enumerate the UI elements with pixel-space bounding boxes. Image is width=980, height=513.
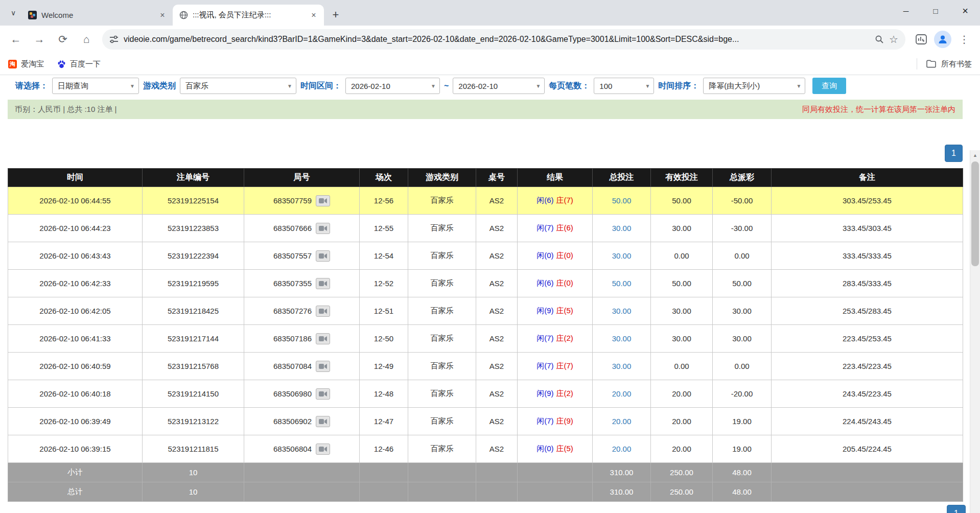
game-category-select[interactable]: 百家乐 ▼	[180, 78, 296, 94]
cell-round: 683506902	[244, 408, 360, 435]
cell-payout: -50.00	[713, 187, 772, 215]
cell-valid-bet: 50.00	[651, 187, 713, 215]
cell-valid-bet: 20.00	[651, 435, 713, 463]
total-bet-link[interactable]: 30.00	[612, 307, 632, 315]
chevron-down-icon: ▼	[431, 83, 436, 89]
bookmark-star-icon[interactable]: ☆	[889, 33, 898, 45]
scroll-up-icon[interactable]: ▲	[970, 150, 980, 160]
cell-note: 303.45/253.45	[772, 187, 963, 215]
cell-session: 12-47	[360, 408, 408, 435]
tab-welcome[interactable]: Welcome ×	[21, 5, 173, 26]
tab-close-icon[interactable]: ×	[309, 10, 319, 20]
total-bet-link[interactable]: 30.00	[612, 362, 632, 370]
video-replay-icon[interactable]	[316, 361, 330, 372]
result-player: 闲(7)	[536, 361, 553, 370]
all-bookmarks-label[interactable]: 所有书签	[941, 59, 972, 69]
cell-game: 百家乐	[408, 380, 476, 408]
new-tab-button[interactable]: +	[328, 7, 343, 22]
sort-label: 时间排序：	[658, 81, 699, 91]
page-1-button-bottom[interactable]: 1	[947, 505, 966, 513]
cell-bet-id: 523191214150	[143, 380, 244, 408]
total-bet-link[interactable]: 30.00	[612, 251, 632, 260]
browser-menu-icon[interactable]: ⋮	[953, 29, 975, 50]
result-banker: 庄(0)	[556, 278, 573, 287]
video-replay-icon[interactable]	[316, 444, 330, 455]
video-replay-icon[interactable]	[316, 195, 330, 206]
cell-time: 2026-02-10 06:44:55	[8, 187, 143, 215]
cell-note: 223.45/223.45	[772, 353, 963, 380]
total-bet-link[interactable]: 30.00	[612, 334, 632, 343]
total-bet-link[interactable]: 50.00	[612, 279, 632, 288]
window-maximize-button[interactable]: □	[921, 0, 950, 21]
bookmark-baidu[interactable]: 百度一下	[57, 59, 101, 69]
date-end-select[interactable]: 2026-02-10 ▼	[453, 78, 545, 94]
table-row: 2026-02-10 06:41:33 523191217144 6835071…	[8, 325, 963, 353]
cell-bet-id: 523191223853	[143, 215, 244, 242]
video-replay-icon[interactable]	[316, 278, 330, 289]
home-button[interactable]: ⌂	[76, 29, 97, 50]
query-type-select[interactable]: 日期查询 ▼	[52, 78, 139, 94]
cell-note: 223.45/253.45	[772, 325, 963, 353]
cell-result: 闲(6)庄(7)	[518, 187, 593, 215]
forward-button[interactable]: →	[29, 29, 50, 50]
scrollbar-thumb[interactable]	[971, 161, 979, 266]
cell-time: 2026-02-10 06:44:23	[8, 215, 143, 242]
total-bet-link[interactable]: 20.00	[612, 445, 632, 453]
header-session: 场次	[360, 169, 408, 187]
url-bar[interactable]: videoie.com/game/betrecord_search/kind3?…	[102, 29, 905, 50]
header-total-bet: 总投注	[593, 169, 651, 187]
cell-bet-id: 523191225154	[143, 187, 244, 215]
window-close-button[interactable]: ×	[950, 0, 980, 21]
cell-valid-bet: 0.00	[651, 353, 713, 380]
cell-time: 2026-02-10 06:39:15	[8, 435, 143, 463]
media-control-icon[interactable]	[911, 29, 932, 50]
back-button[interactable]: ←	[5, 29, 27, 50]
bookmark-aitaobao[interactable]: 淘 爱淘宝	[8, 59, 44, 69]
result-player: 闲(0)	[536, 444, 553, 453]
total-payout: 48.00	[713, 482, 772, 502]
site-info-icon[interactable]	[109, 35, 119, 44]
date-start-select[interactable]: 2026-02-10 ▼	[345, 78, 440, 94]
cell-bet-id: 523191211815	[143, 435, 244, 463]
url-text[interactable]: videoie.com/game/betrecord_search/kind3?…	[124, 35, 870, 44]
tab-title: :::视讯, 会员下注纪录:::	[193, 10, 304, 20]
video-replay-icon[interactable]	[316, 416, 330, 427]
tab-betrecord[interactable]: :::视讯, 会员下注纪录::: ×	[173, 5, 324, 26]
total-bet-link[interactable]: 30.00	[612, 224, 632, 232]
cell-table: AS2	[476, 435, 518, 463]
total-bet-link[interactable]: 20.00	[612, 417, 632, 426]
subtotal-valid-bet: 250.00	[651, 463, 713, 482]
summary-notice-text: 同局有效投注，统一计算在该局第一张注单内	[802, 105, 955, 114]
time-range-label: 时间区间：	[300, 81, 341, 91]
video-replay-icon[interactable]	[316, 388, 330, 400]
video-replay-icon[interactable]	[316, 333, 330, 344]
zoom-icon[interactable]	[875, 35, 884, 44]
profile-avatar[interactable]	[934, 31, 951, 48]
header-table: 桌号	[476, 169, 518, 187]
tab-search-icon[interactable]: ∨	[7, 7, 19, 19]
cell-game: 百家乐	[408, 187, 476, 215]
per-page-select[interactable]: 100 ▼	[594, 78, 654, 94]
video-replay-icon[interactable]	[316, 250, 330, 262]
vertical-scrollbar[interactable]: ▲ ▼	[970, 150, 980, 513]
cell-payout: 19.00	[713, 408, 772, 435]
cell-total-bet: 20.00	[593, 380, 651, 408]
total-bet-link[interactable]: 50.00	[612, 196, 632, 205]
reload-button[interactable]: ⟳	[52, 29, 74, 50]
tab-close-icon[interactable]: ×	[157, 10, 168, 20]
cell-note: 205.45/224.45	[772, 435, 963, 463]
cell-bet-id: 523191222394	[143, 242, 244, 270]
result-banker: 庄(9)	[556, 416, 573, 425]
result-banker: 庄(7)	[556, 196, 573, 204]
video-replay-icon[interactable]	[316, 223, 330, 234]
search-button[interactable]: 查询	[812, 78, 846, 94]
video-replay-icon[interactable]	[316, 306, 330, 317]
cell-payout: 19.00	[713, 435, 772, 463]
cell-session: 12-49	[360, 353, 408, 380]
page-1-button[interactable]: 1	[945, 145, 963, 162]
cell-table: AS2	[476, 325, 518, 353]
header-valid-bet: 有效投注	[651, 169, 713, 187]
window-minimize-button[interactable]: ─	[891, 0, 921, 21]
sort-select[interactable]: 降幂(由大到小) ▼	[703, 78, 805, 94]
total-bet-link[interactable]: 20.00	[612, 389, 632, 398]
